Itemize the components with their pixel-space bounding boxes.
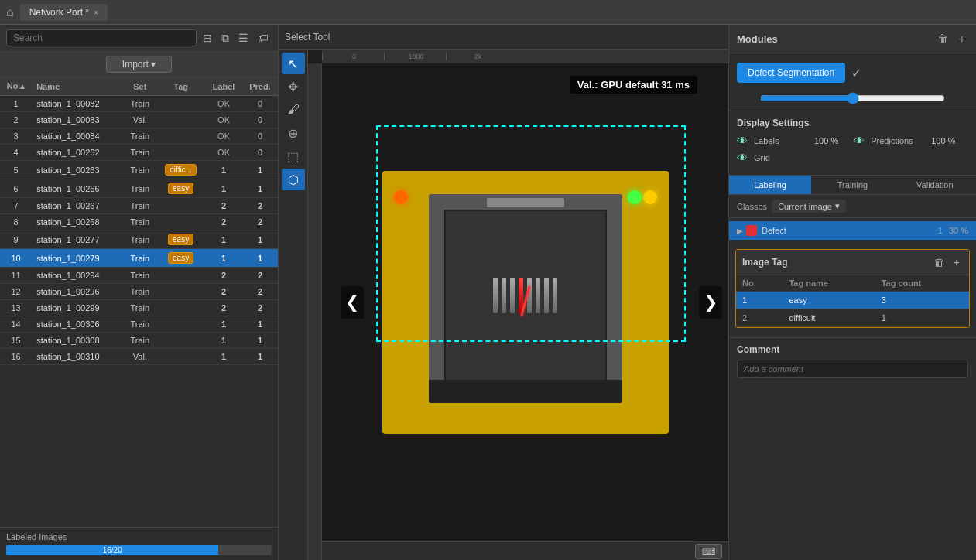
modules-add-button[interactable]: + xyxy=(956,31,968,46)
tools-sidebar: ↖ ✥ 🖌 ⊕ ⬚ ⬡ xyxy=(279,50,308,560)
ruler-tick-1000: 1000 xyxy=(384,53,446,60)
polygon-tool-button[interactable]: ⬡ xyxy=(282,169,305,190)
class-list: ▶ Defect 1 30 % xyxy=(729,218,976,243)
check-icon[interactable]: ✓ xyxy=(851,66,861,80)
image-tag-title: Image Tag xyxy=(742,257,787,268)
led-right-yellow xyxy=(643,190,657,204)
tab-training[interactable]: Training xyxy=(811,176,893,194)
pin-3 xyxy=(510,278,515,313)
keyboard-shortcut-button[interactable]: ⌨ xyxy=(695,544,722,559)
module-slider[interactable] xyxy=(760,92,945,104)
close-icon[interactable]: × xyxy=(94,8,98,17)
tab-title: Network Port * xyxy=(29,7,89,18)
tag-table-row[interactable]: 2difficult1 xyxy=(736,309,969,327)
pin-7 xyxy=(544,278,549,313)
pin-1 xyxy=(493,278,498,313)
col-name: Name xyxy=(32,77,124,96)
table-row[interactable]: 4station_1_00262TrainOK0 xyxy=(0,145,278,161)
table-row[interactable]: 14station_1_00306Train11 xyxy=(0,316,278,333)
bottom-bar: ⌨ xyxy=(322,541,728,560)
port-bottom xyxy=(429,380,622,403)
progress-label: 16/20 xyxy=(103,546,122,555)
table-row[interactable]: 13station_1_00299Train22 xyxy=(0,300,278,316)
labels-eye-icon[interactable]: 👁 xyxy=(737,135,748,147)
modules-delete-button[interactable]: 🗑 xyxy=(934,31,951,46)
labels-pct: 100 % xyxy=(814,136,838,145)
table-row[interactable]: 15station_1_00308Train11 xyxy=(0,333,278,349)
data-table: No.▴ Name Set Tag Label Pred. 1station_1… xyxy=(0,77,278,527)
nav-next-button[interactable]: ❯ xyxy=(699,286,722,319)
table-row[interactable]: 6station_1_00266Traineasy11 xyxy=(0,179,278,198)
labels-display-row: 👁 Labels 100 % 👁 Predictions 100 % xyxy=(737,135,968,147)
tag-col-count: Tag count xyxy=(875,275,969,292)
table-row[interactable]: 2station_1_00083Val.OK0 xyxy=(0,112,278,128)
thumbnail-view-button[interactable]: ⊟ xyxy=(200,30,215,46)
import-bar: Import ▾ xyxy=(0,52,278,77)
table-row[interactable]: 1station_1_00082TrainOK0 xyxy=(0,96,278,112)
tab-labeling[interactable]: Labeling xyxy=(729,176,811,194)
tag-table-header: No. Tag name Tag count xyxy=(736,275,969,292)
table-header: No.▴ Name Set Tag Label Pred. xyxy=(0,77,278,96)
tag-table-row[interactable]: 1easy3 xyxy=(736,292,969,309)
table-row[interactable]: 5station_1_00263Traindiffic...11 xyxy=(0,161,278,179)
grid-label: Grid xyxy=(754,153,808,162)
modules-header: Modules 🗑 + xyxy=(729,25,976,53)
col-no: No.▴ xyxy=(0,77,32,96)
comment-input[interactable] xyxy=(737,360,968,378)
table-row[interactable]: 16station_1_00310Val.11 xyxy=(0,349,278,365)
pin-6 xyxy=(536,278,540,313)
classes-dropdown[interactable]: Current image ▾ xyxy=(772,200,846,213)
tag-table-body: 1easy32difficult1 xyxy=(736,292,969,327)
home-icon[interactable]: ⌂ xyxy=(6,5,14,19)
class-count-defect: 1 xyxy=(938,226,943,235)
nav-prev-button[interactable]: ❮ xyxy=(341,286,364,319)
select-tool-button[interactable]: ↖ xyxy=(282,53,305,74)
table-body: 1station_1_00082TrainOK02station_1_00083… xyxy=(0,96,278,365)
module-slider-row xyxy=(729,92,976,111)
port-connector xyxy=(444,210,607,391)
table-row[interactable]: 11station_1_00294Train22 xyxy=(0,268,278,284)
topbar: ⌂ Network Port * × xyxy=(0,0,976,25)
ruler-v xyxy=(308,63,322,560)
table-row[interactable]: 12station_1_00296Train22 xyxy=(0,284,278,300)
image-container[interactable]: Val.: GPU default 31 ms ❮ ❯ xyxy=(322,63,728,541)
col-label: Label xyxy=(205,77,242,96)
search-input[interactable] xyxy=(6,29,197,46)
image-tag-delete-button[interactable]: 🗑 xyxy=(930,254,947,270)
import-button[interactable]: Import ▾ xyxy=(106,56,172,73)
classes-label: Classes xyxy=(737,202,767,211)
class-expand-icon[interactable]: ▶ xyxy=(737,227,743,235)
tab-validation[interactable]: Validation xyxy=(894,176,976,194)
filter-button[interactable]: ⧉ xyxy=(218,30,232,46)
defect-seg-row: Defect Segmentation ✓ xyxy=(729,53,976,92)
table-row[interactable]: 7station_1_00267Train22 xyxy=(0,198,278,214)
table-row[interactable]: 9station_1_00277Traineasy11 xyxy=(0,230,278,249)
predictions-eye-icon[interactable]: 👁 xyxy=(854,135,865,147)
current-image-label: Current image xyxy=(778,202,832,211)
labeled-footer: Labeled Images 16/20 xyxy=(0,527,278,560)
table-row[interactable]: 8station_1_00268Train22 xyxy=(0,214,278,230)
tag-col-no: No. xyxy=(736,275,783,292)
move-tool-button[interactable]: ✥ xyxy=(282,76,305,97)
crosshair-tool-button[interactable]: ⊕ xyxy=(282,122,305,144)
port-image xyxy=(382,171,669,434)
labels-label: Labels xyxy=(754,136,808,145)
right-panel: Modules 🗑 + Defect Segmentation ✓ Displa… xyxy=(728,25,976,560)
brush-tool-button[interactable]: 🖌 xyxy=(282,99,305,121)
tag-view-button[interactable]: 🏷 xyxy=(255,30,272,46)
port-inner xyxy=(429,194,622,403)
defect-segmentation-button[interactable]: Defect Segmentation xyxy=(737,63,845,83)
list-view-button[interactable]: ☰ xyxy=(235,30,252,46)
led-right-green xyxy=(628,190,642,204)
grid-eye-icon[interactable]: 👁 xyxy=(737,152,748,164)
rect-tool-button[interactable]: ⬚ xyxy=(282,145,305,167)
image-tag-add-button[interactable]: + xyxy=(950,254,963,270)
main-layout: ⊟ ⧉ ☰ 🏷 Import ▾ No.▴ Name Set Tag Label… xyxy=(0,25,976,560)
class-item-defect[interactable]: ▶ Defect 1 30 % xyxy=(729,221,976,240)
table-row[interactable]: 3station_1_00084TrainOK0 xyxy=(0,128,278,145)
image-tag-actions: 🗑 + xyxy=(930,254,963,270)
labeled-images-label: Labeled Images xyxy=(6,532,272,541)
ruler-tick-2k: 2k xyxy=(446,53,508,60)
table-row[interactable]: 10station_1_00279Traineasy11 xyxy=(0,249,278,268)
tabs-row: Labeling Training Validation xyxy=(729,175,976,195)
